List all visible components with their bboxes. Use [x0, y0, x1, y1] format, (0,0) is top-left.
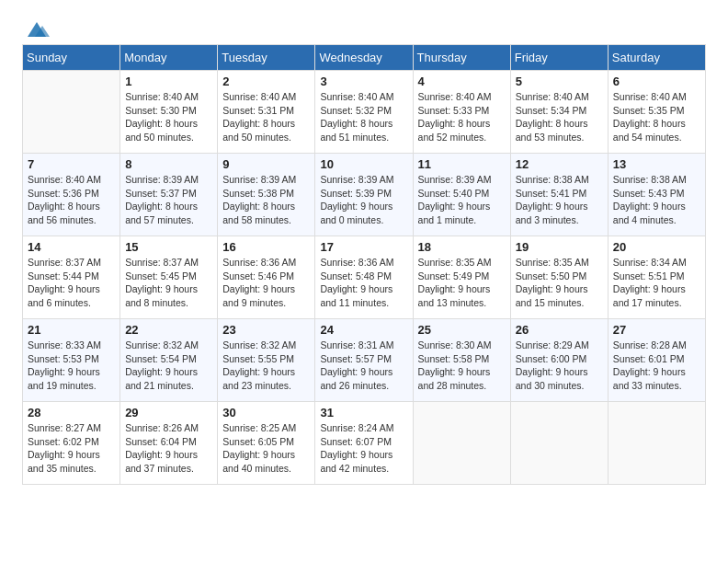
logo-icon: [24, 18, 50, 39]
calendar-week-row: 21Sunrise: 8:33 AMSunset: 5:53 PMDayligh…: [23, 319, 706, 402]
day-number: 10: [320, 157, 407, 171]
calendar-cell: 18Sunrise: 8:35 AMSunset: 5:49 PMDayligh…: [413, 236, 510, 319]
cell-info: Sunrise: 8:37 AMSunset: 5:44 PMDaylight:…: [28, 256, 115, 310]
calendar-cell: 5Sunrise: 8:40 AMSunset: 5:34 PMDaylight…: [510, 71, 608, 154]
cell-info: Sunrise: 8:32 AMSunset: 5:54 PMDaylight:…: [125, 339, 212, 393]
cell-info: Sunrise: 8:40 AMSunset: 5:31 PMDaylight:…: [222, 90, 310, 144]
day-number: 20: [613, 240, 700, 254]
calendar-cell: 4Sunrise: 8:40 AMSunset: 5:33 PMDaylight…: [413, 71, 510, 154]
calendar-cell: 3Sunrise: 8:40 AMSunset: 5:32 PMDaylight…: [315, 71, 413, 154]
calendar-cell: [413, 402, 510, 485]
cell-info: Sunrise: 8:32 AMSunset: 5:55 PMDaylight:…: [222, 339, 310, 393]
cell-info: Sunrise: 8:36 AMSunset: 5:46 PMDaylight:…: [222, 256, 310, 310]
calendar-cell: 25Sunrise: 8:30 AMSunset: 5:58 PMDayligh…: [413, 319, 510, 402]
day-number: 26: [516, 323, 603, 337]
calendar-cell: 15Sunrise: 8:37 AMSunset: 5:45 PMDayligh…: [120, 236, 218, 319]
day-number: 24: [320, 323, 407, 337]
logo-text: [22, 18, 50, 39]
calendar-cell: 10Sunrise: 8:39 AMSunset: 5:39 PMDayligh…: [315, 154, 413, 236]
cell-info: Sunrise: 8:36 AMSunset: 5:48 PMDaylight:…: [320, 256, 407, 310]
day-number: 14: [28, 240, 115, 254]
cell-info: Sunrise: 8:26 AMSunset: 6:04 PMDaylight:…: [125, 421, 212, 476]
cell-info: Sunrise: 8:39 AMSunset: 5:39 PMDaylight:…: [320, 173, 407, 227]
day-number: 1: [125, 75, 212, 88]
day-header-thursday: Thursday: [413, 45, 510, 71]
cell-info: Sunrise: 8:35 AMSunset: 5:49 PMDaylight:…: [418, 256, 506, 310]
calendar-cell: 23Sunrise: 8:32 AMSunset: 5:55 PMDayligh…: [218, 319, 315, 402]
calendar-cell: 6Sunrise: 8:40 AMSunset: 5:35 PMDaylight…: [608, 71, 705, 154]
cell-info: Sunrise: 8:27 AMSunset: 6:02 PMDaylight:…: [28, 421, 115, 476]
day-number: 11: [418, 157, 506, 171]
day-number: 28: [28, 406, 115, 419]
day-number: 3: [320, 75, 407, 88]
cell-info: Sunrise: 8:40 AMSunset: 5:35 PMDaylight:…: [613, 90, 700, 144]
logo: [22, 18, 50, 35]
calendar-header-row: SundayMondayTuesdayWednesdayThursdayFrid…: [23, 45, 706, 71]
cell-info: Sunrise: 8:40 AMSunset: 5:32 PMDaylight:…: [320, 90, 407, 144]
page-header: [22, 18, 706, 35]
day-header-sunday: Sunday: [23, 45, 120, 71]
cell-info: Sunrise: 8:29 AMSunset: 6:00 PMDaylight:…: [516, 339, 603, 393]
calendar-cell: 24Sunrise: 8:31 AMSunset: 5:57 PMDayligh…: [315, 319, 413, 402]
day-number: 7: [28, 157, 115, 171]
day-number: 15: [125, 240, 212, 254]
calendar-cell: 13Sunrise: 8:38 AMSunset: 5:43 PMDayligh…: [608, 154, 705, 236]
cell-info: Sunrise: 8:37 AMSunset: 5:45 PMDaylight:…: [125, 256, 212, 310]
calendar-cell: 2Sunrise: 8:40 AMSunset: 5:31 PMDaylight…: [218, 71, 315, 154]
cell-info: Sunrise: 8:38 AMSunset: 5:43 PMDaylight:…: [613, 173, 700, 227]
cell-info: Sunrise: 8:40 AMSunset: 5:34 PMDaylight:…: [516, 90, 603, 144]
calendar-cell: 29Sunrise: 8:26 AMSunset: 6:04 PMDayligh…: [120, 402, 218, 485]
calendar-cell: 21Sunrise: 8:33 AMSunset: 5:53 PMDayligh…: [23, 319, 120, 402]
calendar-cell: 27Sunrise: 8:28 AMSunset: 6:01 PMDayligh…: [608, 319, 705, 402]
day-number: 31: [320, 406, 407, 419]
calendar-cell: 11Sunrise: 8:39 AMSunset: 5:40 PMDayligh…: [413, 154, 510, 236]
day-number: 6: [613, 75, 700, 88]
calendar-table: SundayMondayTuesdayWednesdayThursdayFrid…: [22, 44, 706, 485]
calendar-cell: 26Sunrise: 8:29 AMSunset: 6:00 PMDayligh…: [510, 319, 608, 402]
day-header-saturday: Saturday: [608, 45, 705, 71]
cell-info: Sunrise: 8:35 AMSunset: 5:50 PMDaylight:…: [516, 256, 603, 310]
day-number: 4: [418, 75, 506, 88]
day-number: 17: [320, 240, 407, 254]
cell-info: Sunrise: 8:39 AMSunset: 5:40 PMDaylight:…: [418, 173, 506, 227]
day-number: 16: [222, 240, 310, 254]
day-number: 2: [222, 75, 310, 88]
day-number: 25: [418, 323, 506, 337]
day-header-wednesday: Wednesday: [315, 45, 413, 71]
cell-info: Sunrise: 8:38 AMSunset: 5:41 PMDaylight:…: [516, 173, 603, 227]
calendar-cell: 1Sunrise: 8:40 AMSunset: 5:30 PMDaylight…: [120, 71, 218, 154]
calendar-cell: 16Sunrise: 8:36 AMSunset: 5:46 PMDayligh…: [218, 236, 315, 319]
calendar-week-row: 28Sunrise: 8:27 AMSunset: 6:02 PMDayligh…: [23, 402, 706, 485]
calendar-cell: [23, 71, 120, 154]
day-number: 30: [222, 406, 310, 419]
calendar-cell: 19Sunrise: 8:35 AMSunset: 5:50 PMDayligh…: [510, 236, 608, 319]
day-number: 27: [613, 323, 700, 337]
day-number: 23: [222, 323, 310, 337]
calendar-cell: 30Sunrise: 8:25 AMSunset: 6:05 PMDayligh…: [218, 402, 315, 485]
cell-info: Sunrise: 8:40 AMSunset: 5:33 PMDaylight:…: [418, 90, 506, 144]
cell-info: Sunrise: 8:24 AMSunset: 6:07 PMDaylight:…: [320, 421, 407, 476]
calendar-cell: 12Sunrise: 8:38 AMSunset: 5:41 PMDayligh…: [510, 154, 608, 236]
calendar-week-row: 14Sunrise: 8:37 AMSunset: 5:44 PMDayligh…: [23, 236, 706, 319]
calendar-cell: 8Sunrise: 8:39 AMSunset: 5:37 PMDaylight…: [120, 154, 218, 236]
cell-info: Sunrise: 8:28 AMSunset: 6:01 PMDaylight:…: [613, 339, 700, 393]
calendar-cell: 31Sunrise: 8:24 AMSunset: 6:07 PMDayligh…: [315, 402, 413, 485]
calendar-cell: [608, 402, 705, 485]
cell-info: Sunrise: 8:39 AMSunset: 5:38 PMDaylight:…: [222, 173, 310, 227]
day-header-friday: Friday: [510, 45, 608, 71]
day-number: 18: [418, 240, 506, 254]
calendar-cell: 14Sunrise: 8:37 AMSunset: 5:44 PMDayligh…: [23, 236, 120, 319]
day-number: 13: [613, 157, 700, 171]
day-number: 5: [516, 75, 603, 88]
cell-info: Sunrise: 8:25 AMSunset: 6:05 PMDaylight:…: [222, 421, 310, 476]
calendar-cell: 22Sunrise: 8:32 AMSunset: 5:54 PMDayligh…: [120, 319, 218, 402]
calendar-week-row: 1Sunrise: 8:40 AMSunset: 5:30 PMDaylight…: [23, 71, 706, 154]
cell-info: Sunrise: 8:34 AMSunset: 5:51 PMDaylight:…: [613, 256, 700, 310]
cell-info: Sunrise: 8:33 AMSunset: 5:53 PMDaylight:…: [28, 339, 115, 393]
calendar-cell: 9Sunrise: 8:39 AMSunset: 5:38 PMDaylight…: [218, 154, 315, 236]
day-number: 29: [125, 406, 212, 419]
day-number: 8: [125, 157, 212, 171]
day-header-monday: Monday: [120, 45, 218, 71]
cell-info: Sunrise: 8:30 AMSunset: 5:58 PMDaylight:…: [418, 339, 506, 393]
cell-info: Sunrise: 8:40 AMSunset: 5:30 PMDaylight:…: [125, 90, 212, 144]
